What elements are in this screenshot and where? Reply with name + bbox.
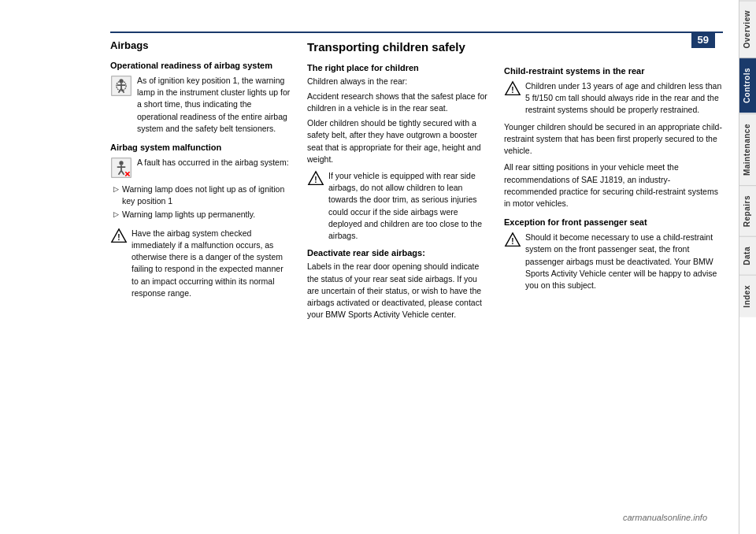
child-restraint-para1: Younger children should be secured in an… [504,121,723,158]
child-restraint-warning-block: ! Children under 13 years of age and chi… [504,80,723,117]
bullet-2: Warning lamp lights up permanently. [110,209,291,221]
right-column: Child-restraint systems in the rear ! Ch… [504,39,723,518]
malfunction-warning-block: ! Have the airbag system checked immedia… [110,228,291,299]
children-para2: Older children should be tightly secured… [307,117,488,165]
left-page-title: Airbags [110,39,291,53]
child-restraint-warning-text: Children under 13 years of age and child… [525,80,723,117]
section2-title: Airbag system malfunction [110,143,291,152]
child-restraint-para2: All rear sitting positions in your vehic… [504,161,723,210]
children-section-title: The right place for children [307,63,488,72]
deactivate-title: Deactivate rear side airbags: [307,248,488,258]
children-intro: Children always in the rear: [307,76,488,87]
tab-controls[interactable]: Controls [739,57,756,113]
svg-text:!: ! [314,176,317,184]
svg-text:!: ! [511,237,513,246]
airbag-warning-icon [110,75,132,97]
exception-warning-text: Should it become necessary to use a chil… [525,232,723,291]
svg-text:!: ! [117,232,120,241]
svg-text:!: ! [511,86,513,95]
bullet-1: Warning lamp does not light up as of ign… [110,184,291,207]
middle-column: Transporting children safely The right p… [307,39,488,518]
left-column: Airbags Operational readiness of airbag … [110,39,291,518]
tab-data[interactable]: Data [739,236,756,275]
child-restraint-title: Child-restraint systems in the rear [504,66,723,76]
footer-logo: carmanualsonline.info [623,513,707,522]
sidebar-tabs: Overview Controls Maintenance Repairs Da… [739,0,756,534]
malfunction-block: A fault has occurred in the airbag syste… [110,157,291,179]
malfunction-text: A fault has occurred in the airbag syste… [137,157,289,169]
op-readiness-text: As of ignition key position 1, the warni… [137,75,291,135]
op-readiness-block: As of ignition key position 1, the warni… [110,75,291,135]
malfunction-warning-text: Have the airbag system checked immediate… [132,228,291,299]
middle-page-title: Transporting children safely [307,39,488,55]
exception-warning-block: ! Should it become necessary to use a ch… [504,232,723,291]
triangle-warning-icon: ! [110,228,128,245]
side-airbag-warning-block: ! If your vehicle is equipped with rear … [307,170,488,242]
svg-point-8 [119,161,123,165]
side-airbag-warning-icon: ! [307,170,324,187]
deactivate-body: Labels in the rear door opening should i… [307,261,488,321]
exception-warning-icon: ! [504,232,521,249]
section1-title: Operational readiness of airbag system [110,61,291,70]
main-content: 59 Airbags Operational readiness of airb… [0,0,739,534]
content-area: Airbags Operational readiness of airbag … [110,39,723,518]
child-restraint-warning-icon: ! [504,80,521,98]
page-number: 59 [691,32,715,48]
tab-index[interactable]: Index [739,275,756,317]
tab-maintenance[interactable]: Maintenance [739,113,756,185]
tab-overview[interactable]: Overview [739,0,756,57]
tab-repairs[interactable]: Repairs [739,185,756,236]
malfunction-icon [110,157,132,179]
side-airbag-warning-text: If your vehicle is equipped with rear si… [328,170,488,242]
children-para1: Accident research shows that the safest … [307,91,488,114]
exception-title: Exception for front passenger seat [504,217,723,227]
